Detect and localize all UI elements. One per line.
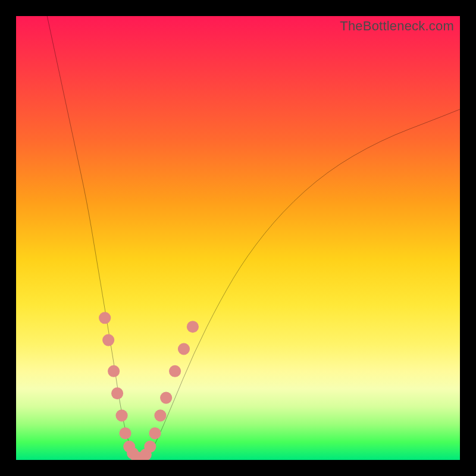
marker-dot: [178, 343, 190, 355]
curve-layer: [16, 16, 460, 460]
chart-frame: TheBottleneck.com: [0, 0, 476, 476]
marker-dot: [160, 392, 172, 403]
bottleneck-curve-path: [47, 16, 460, 459]
marker-dot: [115, 409, 127, 421]
plot-area: TheBottleneck.com: [16, 16, 460, 460]
marker-dot: [102, 334, 114, 346]
marker-dot: [144, 441, 156, 453]
marker-dot: [108, 365, 120, 377]
marker-dot: [119, 427, 131, 439]
marker-dot: [169, 365, 181, 377]
marker-dot: [149, 427, 161, 439]
marker-dot: [99, 312, 111, 324]
bottleneck-curve: [47, 16, 460, 459]
marker-dot: [111, 387, 123, 399]
highlight-dots: [99, 312, 199, 460]
marker-dot: [154, 409, 166, 421]
marker-dot: [187, 321, 199, 333]
